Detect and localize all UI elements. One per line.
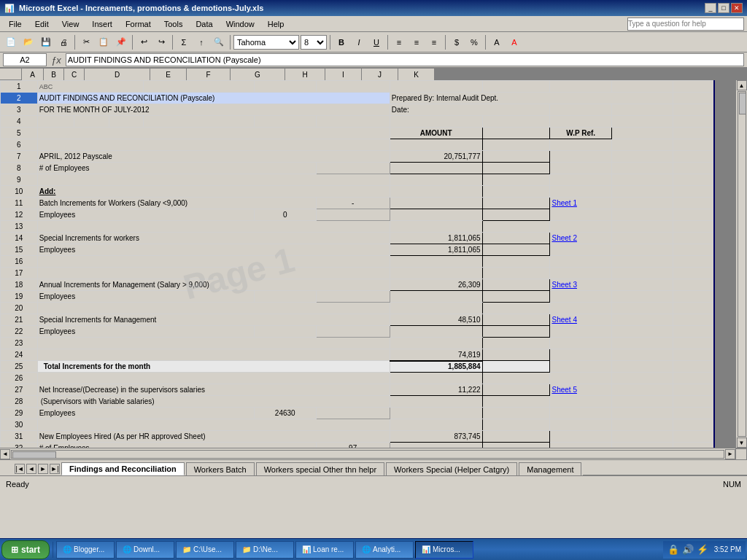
sheet-tab-management[interactable]: Management — [519, 462, 581, 475]
menu-window[interactable]: Window — [220, 18, 260, 30]
minimize-button[interactable]: _ — [705, 3, 716, 13]
taskbar-analytics[interactable]: 🌐 Analyti... — [355, 541, 414, 559]
status-ready: Ready — [6, 480, 29, 489]
align-right-button[interactable]: ≡ — [426, 34, 442, 50]
menu-format[interactable]: Format — [120, 18, 157, 30]
horizontal-scrollbar-track[interactable] — [11, 450, 724, 459]
taskbar-microsoft[interactable]: 📊 Micros... — [415, 541, 473, 559]
table-row: 8 # of Employees — [1, 163, 735, 174]
cell-reference-box[interactable] — [3, 53, 47, 66]
scroll-up-button[interactable]: ▲ — [737, 80, 747, 90]
table-row: 5 AMOUNT W.P Ref. — [1, 128, 735, 139]
redo-button[interactable]: ↪ — [153, 34, 169, 50]
save-button[interactable]: 💾 — [38, 34, 54, 50]
align-left-button[interactable]: ≡ — [391, 34, 407, 50]
spreadsheet-container: A B C D E F G H I J K Page 1 — [0, 69, 747, 491]
table-row: 31 New Employees Hired (As per HR approv… — [1, 431, 735, 443]
taskbar-loan[interactable]: 📊 Loan re... — [295, 541, 354, 559]
horizontal-scrollbar-thumb[interactable] — [12, 451, 56, 459]
fill-color-button[interactable]: A — [489, 34, 505, 50]
col-header-D[interactable]: D — [85, 69, 150, 80]
menu-data[interactable]: Data — [190, 18, 218, 30]
toolbar: 📄 📂 💾 🖨 ✂ 📋 📌 ↩ ↪ Σ ↑ 🔍 Tahoma 8 B I U ≡… — [0, 32, 747, 52]
font-size-selector[interactable]: 8 — [301, 35, 327, 50]
table-row: 3 FOR THE MONTH OF JULY-2012 Date: — [1, 104, 735, 116]
sum-button[interactable]: Σ — [176, 34, 192, 50]
table-row: 9 — [1, 174, 735, 186]
restore-button[interactable]: □ — [718, 3, 729, 13]
open-button[interactable]: 📂 — [20, 34, 36, 50]
font-selector[interactable]: Tahoma — [233, 35, 299, 50]
col-header-J[interactable]: J — [362, 69, 398, 80]
col-header-B[interactable]: B — [44, 69, 64, 80]
status-num: NUM — [723, 480, 741, 489]
zoom-button[interactable]: 🔍 — [211, 34, 227, 50]
sheet-tab-nav-last[interactable]: ►| — [50, 464, 60, 474]
cut-button[interactable]: ✂ — [78, 34, 94, 50]
sheet-tab-nav-prev[interactable]: ◄ — [26, 464, 36, 474]
system-tray: 🔒 🔊 ⚡ 3:52 PM — [663, 541, 746, 559]
analytics-icon: 🌐 — [362, 545, 371, 553]
menu-edit[interactable]: Edit — [29, 18, 55, 30]
bold-button[interactable]: B — [333, 34, 349, 50]
sheet-tab-workers-batch[interactable]: Workers Batch — [186, 462, 255, 475]
folder-icon: 📁 — [182, 545, 191, 553]
titlebar-left: 📊 Microsoft Excel - Increaments, promoti… — [4, 4, 263, 13]
col-header-H[interactable]: H — [285, 69, 325, 80]
font-color-button[interactable]: A — [506, 34, 522, 50]
close-button[interactable]: ✕ — [731, 3, 743, 13]
table-row: 20 — [1, 303, 735, 314]
col-header-F[interactable]: F — [187, 69, 231, 80]
tray-icon-2: 🔊 — [682, 544, 694, 555]
sort-asc-button[interactable]: ↑ — [193, 34, 209, 50]
sheet-tab-workers-special-helper[interactable]: Workers Special (Helper Catgry) — [386, 462, 517, 475]
italic-button[interactable]: I — [351, 34, 367, 50]
menu-insert[interactable]: Insert — [86, 18, 118, 30]
help-search-input[interactable] — [627, 18, 744, 31]
vertical-scrollbar-thumb[interactable] — [739, 93, 746, 114]
table-row: 6 — [1, 139, 735, 151]
copy-button[interactable]: 📋 — [96, 34, 112, 50]
start-button[interactable]: ⊞ start — [1, 540, 50, 559]
col-header-E[interactable]: E — [150, 69, 187, 80]
menu-help[interactable]: Help — [262, 18, 290, 30]
sheet-tab-workers-special-other[interactable]: Workers special Other thn helpr — [256, 462, 384, 475]
menu-file[interactable]: File — [3, 18, 28, 30]
menu-tools[interactable]: Tools — [158, 18, 189, 30]
statusbar: Ready NUM — [0, 475, 747, 491]
table-row: 21 Special Increments for Management 48,… — [1, 314, 735, 326]
scroll-down-button[interactable]: ▼ — [737, 438, 747, 448]
table-row: 22 Employees — [1, 326, 735, 338]
col-header-I[interactable]: I — [325, 69, 362, 80]
col-header-C[interactable]: C — [64, 69, 85, 80]
align-center-button[interactable]: ≡ — [409, 34, 425, 50]
currency-button[interactable]: $ — [449, 34, 465, 50]
paste-button[interactable]: 📌 — [113, 34, 129, 50]
download-icon: 🌐 — [123, 545, 131, 553]
scroll-right-button[interactable]: ► — [725, 449, 735, 459]
system-clock: 3:52 PM — [714, 545, 741, 553]
new-button[interactable]: 📄 — [3, 34, 19, 50]
scroll-left-button[interactable]: ◄ — [0, 449, 10, 459]
sheet-tab-nav-first[interactable]: |◄ — [15, 464, 25, 474]
vertical-scrollbar-track[interactable] — [738, 91, 746, 437]
excel2-icon: 📊 — [302, 545, 311, 553]
sheet-tab-findings[interactable]: Findings and Reconciliation — [61, 462, 185, 475]
taskbar-download[interactable]: 🌐 Downl... — [116, 541, 174, 559]
percent-button[interactable]: % — [466, 34, 482, 50]
taskbar-cuser[interactable]: 📁 C:\Use... — [176, 541, 234, 559]
table-row: 15 Employees 1,811,065 — [1, 244, 735, 256]
print-button[interactable]: 🖨 — [55, 34, 71, 50]
taskbar-blogger[interactable]: 🌐 Blogger... — [56, 541, 115, 559]
menu-view[interactable]: View — [56, 18, 85, 30]
table-row: 32 # of Employees 97 — [1, 443, 735, 448]
undo-button[interactable]: ↩ — [136, 34, 152, 50]
sheet-tabs: |◄ ◄ ► ►| Findings and Reconciliation Wo… — [0, 459, 747, 475]
col-header-G[interactable]: G — [231, 69, 285, 80]
taskbar-dne[interactable]: 📁 D:\Ne... — [236, 541, 294, 559]
underline-button[interactable]: U — [368, 34, 384, 50]
col-header-A[interactable]: A — [22, 69, 44, 80]
col-header-K[interactable]: K — [398, 69, 435, 80]
formula-input[interactable] — [66, 53, 744, 66]
sheet-tab-nav-next[interactable]: ► — [38, 464, 48, 474]
